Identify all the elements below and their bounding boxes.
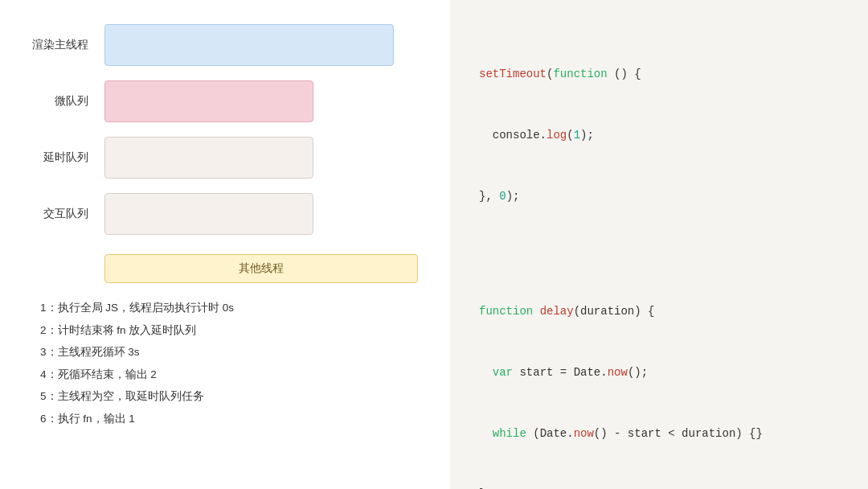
code-block: setTimeout(function () { console.log(1);…: [479, 24, 839, 489]
code-line-8: }: [479, 484, 839, 489]
note-6: 6：执行 fn，输出 1: [40, 410, 418, 428]
delay-queue-label: 延时队列: [32, 150, 88, 165]
delay-queue-box: [104, 137, 313, 179]
note-1: 1：执行全局 JS，线程启动执行计时 0s: [40, 299, 418, 317]
delay-queue-row: 延时队列: [32, 137, 418, 179]
interaction-queue-label: 交互队列: [32, 207, 88, 221]
left-panel: 渲染主线程 微队列 延时队列 交互队列 其他线程 1：执行全局 JS，线程启动执…: [0, 0, 450, 489]
main-thread-row: 渲染主线程: [32, 24, 418, 66]
code-line-5: function delay(duration) {: [479, 302, 839, 322]
main-thread-label: 渲染主线程: [32, 38, 88, 52]
code-line-2: console.log(1);: [479, 125, 839, 146]
microtask-row: 微队列: [32, 80, 418, 122]
note-3: 3：主线程死循环 3s: [40, 343, 418, 361]
note-2: 2：计时结束将 fn 放入延时队列: [40, 322, 418, 339]
note-5: 5：主线程为空，取延时队列任务: [40, 388, 418, 405]
code-line-7: while (Date.now() - start < duration) {}: [479, 424, 839, 444]
microtask-box: [104, 80, 313, 122]
notes-section: 1：执行全局 JS，线程启动执行计时 0s 2：计时结束将 fn 放入延时队列 …: [40, 299, 418, 428]
code-gap-1: [479, 247, 839, 261]
note-4: 4：死循环结束，输出 2: [40, 366, 418, 384]
microtask-label: 微队列: [32, 94, 88, 109]
main-thread-box: [104, 24, 394, 66]
other-thread-button[interactable]: 其他线程: [104, 254, 418, 283]
interaction-queue-box: [104, 193, 313, 235]
interaction-queue-row: 交互队列: [32, 193, 418, 235]
code-line-6: var start = Date.now();: [479, 363, 839, 383]
code-line-1: setTimeout(function () {: [479, 64, 839, 84]
code-line-3: }, 0);: [479, 187, 839, 207]
code-panel: setTimeout(function () { console.log(1);…: [450, 0, 868, 489]
